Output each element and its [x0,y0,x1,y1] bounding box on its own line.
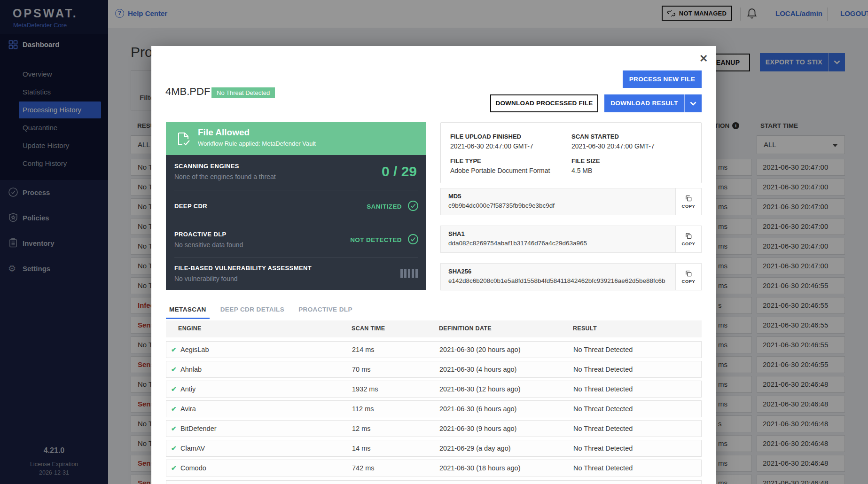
hash-label: SHA1 [448,230,668,237]
hash-value: e142d8c6b208c0b1e5a8fd1558b4fd5841184246… [448,277,668,284]
engine-table-header: ENGINE SCAN TIME DEFINITION DATE RESULT [166,320,702,337]
verdict-subtitle: Workflow Rule applied: MetaDefender Vaul… [198,140,316,147]
engine-scan-time: 742 ms [352,460,375,476]
file-type-value: Adobe Portable Document Format [450,167,550,174]
download-result-label: DOWNLOAD RESULT [604,94,684,112]
hash-label: MD5 [448,193,668,200]
proactive-dlp-row: PROACTIVE DLP No sensitive data found NO… [166,223,426,257]
engine-definition-date: 2021-06-30 (9 hours ago) [439,421,516,437]
detail-tabs: METASCAN DEEP CDR DETAILS PROACTIVE DLP [166,304,363,319]
process-new-file-button[interactable]: PROCESS NEW FILE [623,70,702,88]
file-allowed-icon [174,130,192,150]
file-info-panel: FILE UPLOAD FINISHED 2021-06-30 20:47:00… [440,122,702,183]
engine-definition-date: 2021-06-30 (4 hours ago) [439,361,516,377]
engine-definition-date: 2021-06-30 (20 hours ago) [439,342,521,358]
engine-name: Comodo [180,460,206,476]
close-icon[interactable]: ✕ [699,53,708,65]
check-icon: ✔ [171,440,177,456]
file-size-value: 4.5 MB [571,167,592,174]
severity-bars-icon [400,269,418,278]
check-icon: ✔ [171,342,177,358]
copy-icon [685,270,692,277]
result-header: RESULT [573,325,597,332]
engine-scan-time: 70 ms [352,361,371,377]
tab-metascan[interactable]: METASCAN [166,304,210,319]
copy-button[interactable]: COPY [675,263,702,290]
check-icon: ✔ [171,361,177,377]
engine-result: No Threat Detected [573,440,633,456]
engine-result: No Threat Detected [573,361,633,377]
hash-row-md5: MD5 c9b9b4dc000e7f58735fb9bc9e3bc9df COP… [440,188,702,215]
copy-icon [685,195,692,202]
engine-name: Avira [180,401,196,417]
download-processed-file-button[interactable]: DOWNLOAD PROCESSED FILE [490,94,598,112]
threat-status-badge: No Threat Detected [211,87,275,98]
hash-value: c9b9b4dc000e7f58735fb9bc9e3bc9df [448,202,668,209]
engine-result: No Threat Detected [573,460,633,476]
file-name-title: 4MB.PDF [165,86,210,98]
tab-deep-cdr-details[interactable]: DEEP CDR DETAILS [217,304,288,319]
chevron-down-icon[interactable] [684,94,702,112]
upload-finished-value: 2021-06-30 20:47:00 GMT-7 [450,142,533,150]
proactive-dlp-subtitle: No sensitive data found [174,241,243,249]
check-circle-icon [407,234,419,247]
engine-row[interactable]: ✔ Comodo 742 ms 2021-06-30 (18 hours ago… [166,460,702,476]
hash-value-area: MD5 c9b9b4dc000e7f58735fb9bc9e3bc9df [440,188,675,215]
engine-header: ENGINE [178,325,202,332]
hash-row-sha1: SHA1 dda082c8269754abaf1b31746d76a4c29d6… [440,226,702,253]
check-icon: ✔ [171,381,177,397]
engine-scan-time: 214 ms [352,342,375,358]
scan-time-header: SCAN TIME [352,325,385,332]
scanning-engines-subtitle: None of the engines found a threat [174,173,276,180]
verdict-banner: File Allowed Workflow Rule applied: Meta… [166,122,426,155]
engine-name: Antiy [180,381,195,397]
upload-finished-label: FILE UPLOAD FINISHED [450,133,521,140]
download-result-button[interactable]: DOWNLOAD RESULT [604,94,702,112]
engine-row[interactable]: ✔ BitDefender 12 ms 2021-06-30 (9 hours … [166,420,702,437]
file-type-label: FILE TYPE [450,157,481,164]
engine-name: AegisLab [180,342,209,358]
scan-started-label: SCAN STARTED [571,133,619,140]
deep-cdr-label: DEEP CDR [174,203,207,210]
engine-row[interactable]: ✔ Avira 112 ms 2021-06-30 (6 hours ago) … [166,400,702,417]
engine-result: No Threat Detected [573,421,633,437]
proactive-dlp-status: NOT DETECTED [350,236,402,243]
engine-row[interactable]: ✔ ClamAV 14 ms 2021-06-29 (a day ago) No… [166,440,702,457]
scan-summary-panel: SCANNING ENGINES None of the engines fou… [166,155,426,290]
engine-row[interactable]: ✔ Ahnlab 70 ms 2021-06-30 (4 hours ago) … [166,361,702,378]
engine-definition-date: 2021-06-29 (a day ago) [439,440,511,456]
hash-value: dda082c8269754abaf1b31746d76a4c29d63a965 [448,240,668,247]
file-size-label: FILE SIZE [571,157,600,164]
vulnerability-subtitle: No vulnerability found [174,275,238,282]
engine-result: No Threat Detected [573,381,633,397]
check-icon: ✔ [171,421,177,437]
deep-cdr-row: DEEP CDR SANITIZED [166,190,426,223]
definition-date-header: DEFINITION DATE [439,325,492,332]
engine-scan-time: 112 ms [352,401,374,417]
engine-definition-date: 2021-06-30 (18 hours ago) [439,460,521,476]
hash-label: SHA256 [448,268,668,275]
engine-result: No Threat Detected [573,401,633,417]
hash-row-sha256: SHA256 e142d8c6b208c0b1e5a8fd1558b4fd584… [440,263,702,290]
engine-row[interactable]: ✔ Antiy 1932 ms 2021-06-30 (12 hours ago… [166,381,702,398]
deep-cdr-status: SANITIZED [367,203,402,210]
scanning-engines-row: SCANNING ENGINES None of the engines fou… [166,155,426,190]
hash-value-area: SHA256 e142d8c6b208c0b1e5a8fd1558b4fd584… [440,263,675,290]
copy-icon [685,232,692,240]
verdict-title: File Allowed [198,127,250,138]
engine-definition-date: 2021-06-30 (6 hours ago) [439,401,516,417]
tab-proactive-dlp[interactable]: PROACTIVE DLP [295,304,356,319]
engine-scan-time: 12 ms [352,421,371,437]
engine-definition-date: 2021-06-30 (12 hours ago) [439,381,521,397]
engine-scan-time: 1932 ms [352,381,378,397]
copy-button[interactable]: COPY [675,188,702,215]
vulnerability-label: FILE-BASED VULNERABILITY ASSESSMENT [174,265,312,272]
check-circle-icon [407,200,419,213]
check-icon: ✔ [171,401,177,417]
engine-row[interactable]: ✔ AegisLab 214 ms 2021-06-30 (20 hours a… [166,341,702,358]
engine-name: BitDefender [180,421,217,437]
proactive-dlp-label: PROACTIVE DLP [174,231,227,238]
scan-score: 0 / 29 [382,164,417,180]
copy-button[interactable]: COPY [675,226,702,253]
scanning-engines-label: SCANNING ENGINES [174,163,239,170]
